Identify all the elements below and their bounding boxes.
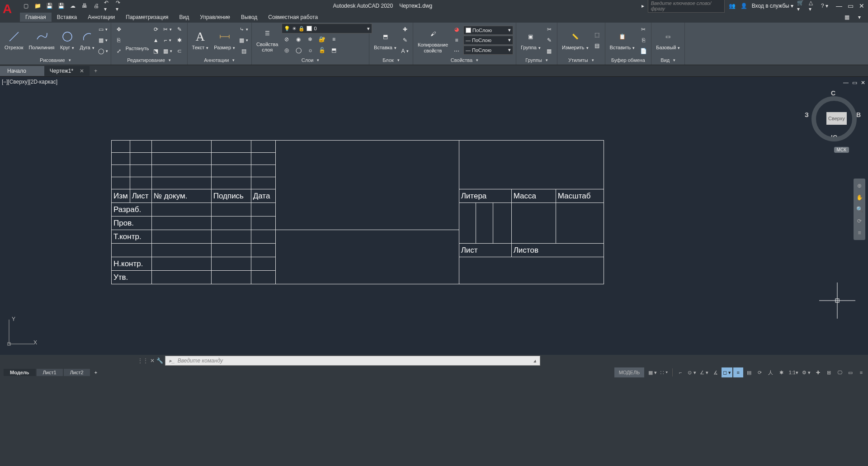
dimension-button[interactable]: Размер — [212, 28, 237, 52]
paste-button[interactable]: 📋Вставить — [608, 28, 637, 52]
annoscale-icon[interactable]: 人 — [766, 367, 776, 377]
leader-icon[interactable]: ⤷ — [239, 24, 249, 34]
drawing-tab[interactable]: Чертеж1* ✕ — [44, 66, 90, 76]
text-button[interactable]: AТекст — [190, 28, 211, 52]
lweight-status-icon[interactable]: ≡ — [733, 367, 743, 377]
count-icon[interactable]: ▤ — [592, 41, 602, 51]
panel-label-utils[interactable]: Утилиты — [560, 56, 602, 64]
grid-icon[interactable]: ▦ ▾ — [647, 367, 658, 377]
cmd-grip-icon[interactable]: ⋮⋮ — [137, 358, 148, 364]
trim-icon[interactable]: ✂ — [163, 24, 173, 34]
explode-icon[interactable]: ✱ — [175, 35, 184, 45]
otrack-icon[interactable]: ∡ — [711, 367, 721, 377]
measure-button[interactable]: 📏Измерить — [560, 28, 590, 52]
open-icon[interactable]: 📁 — [33, 2, 42, 10]
drawing-canvas[interactable]: [–][Сверху][2D-каркас] — ▭ ✕ С З В Ю Све… — [0, 77, 868, 355]
viewport-label[interactable]: [–][Сверху][2D-каркас] — [2, 79, 57, 85]
layer-combo[interactable]: 💡 ☀ 🔒 0 ▾ — [282, 24, 372, 33]
plot-icon[interactable]: 🖶 — [80, 2, 89, 10]
print-icon[interactable]: 🖨 — [92, 2, 100, 10]
rotate-icon[interactable]: ⟳ — [151, 24, 161, 34]
circle-button[interactable]: Круг — [58, 28, 76, 52]
group-edit-icon[interactable]: ✎ — [544, 35, 554, 45]
line-button[interactable]: Отрезок — [3, 28, 25, 51]
layer-uniso-icon[interactable]: ◯ — [293, 45, 303, 55]
colors-icon[interactable]: ◕ — [452, 24, 462, 34]
layer-unlock-icon[interactable]: 🔓 — [317, 45, 327, 55]
scale-button[interactable]: 1:1 ▾ — [788, 367, 800, 377]
add-tab-button[interactable]: + — [90, 66, 102, 76]
rectangle-icon[interactable]: ▭ — [98, 24, 108, 34]
ltype-icon[interactable]: ⋯ — [452, 46, 462, 56]
erase-icon[interactable]: ✎ — [175, 24, 184, 34]
stretch-button[interactable]: Растянуть — [126, 46, 149, 56]
lweight-icon[interactable]: ≡ — [452, 35, 462, 45]
stretch-icon[interactable]: ⤢ — [114, 46, 124, 56]
transp-icon[interactable]: ▤ — [744, 367, 754, 377]
hw-icon[interactable]: 🖵 — [835, 367, 844, 377]
help-icon[interactable]: ? ▾ — [821, 2, 829, 10]
ltype-combo[interactable]: — ПоСлою▾ — [463, 46, 513, 55]
layer-match-icon[interactable]: ≡ — [329, 34, 339, 44]
iso-icon[interactable]: ∠ ▾ — [698, 367, 710, 377]
user-icon[interactable]: 👤 — [740, 2, 748, 10]
arc-button[interactable]: Дуга — [78, 28, 96, 52]
ortho-icon[interactable]: ⌐ — [675, 367, 685, 377]
vc-north[interactable]: С — [831, 89, 835, 97]
panel-label-annot[interactable]: Аннотации — [190, 56, 249, 64]
add-layout-button[interactable]: + — [91, 369, 101, 376]
edit-block-icon[interactable]: ✎ — [400, 35, 410, 45]
vp-minimize-icon[interactable]: — — [843, 80, 849, 86]
group-sel-icon[interactable]: ▦ — [544, 46, 554, 56]
cart-icon[interactable]: 🛒 ▾ — [797, 2, 805, 10]
close-tab-icon[interactable]: ✕ — [80, 68, 84, 74]
pan-icon[interactable]: ✋ — [855, 193, 864, 202]
ellipse-icon[interactable]: ◯ — [98, 46, 108, 56]
zoom-icon[interactable]: 🔍 — [855, 205, 864, 214]
annovis-icon[interactable]: ✱ — [777, 367, 787, 377]
model-tab[interactable]: Модель — [4, 369, 36, 376]
new-icon[interactable]: ▢ — [22, 2, 30, 10]
snap-icon[interactable]: ⸬ ▾ — [659, 367, 670, 377]
tab-home[interactable]: Главная — [20, 13, 52, 22]
layout1-tab[interactable]: Лист1 — [37, 369, 63, 376]
layer-props-button[interactable]: ☰Свойства слоя — [255, 25, 280, 53]
vc-top-face[interactable]: Сверху — [826, 112, 847, 125]
matchprop-button[interactable]: 🖌Копирование свойств — [416, 26, 450, 54]
osnap-icon[interactable]: ◻ ▾ — [722, 367, 732, 377]
minimize-button[interactable]: — — [836, 2, 842, 9]
featured-apps-icon[interactable]: ▦ — [843, 13, 851, 21]
tab-annotate[interactable]: Аннотации — [82, 13, 120, 22]
mtext-icon[interactable]: ▤ — [239, 46, 249, 56]
pastespecial-icon[interactable]: 📄 — [638, 46, 648, 56]
layer-thaw-icon[interactable]: ☼ — [305, 45, 315, 55]
tab-manage[interactable]: Управление — [194, 13, 236, 22]
tab-param[interactable]: Параметризация — [120, 13, 174, 22]
vp-restore-icon[interactable]: ▭ — [852, 80, 857, 86]
ungroup-icon[interactable]: ✂ — [544, 24, 554, 34]
tab-collab[interactable]: Совместная работа — [263, 13, 323, 22]
web-icon[interactable]: ☁ — [69, 2, 77, 10]
showui-icon[interactable]: ≡ — [855, 228, 864, 237]
table-icon[interactable]: ▦ — [239, 35, 249, 45]
fillet-icon[interactable]: ⌐ — [163, 35, 173, 45]
offset-icon[interactable]: ⊂ — [175, 46, 184, 56]
layer-lock2-icon[interactable]: 🔐 — [317, 34, 327, 44]
vc-east[interactable]: В — [856, 111, 861, 118]
orbit-icon[interactable]: ⟳ — [855, 217, 864, 226]
polyline-button[interactable]: Полилиния — [27, 28, 56, 51]
create-block-icon[interactable]: ✚ — [400, 24, 410, 34]
cut-icon[interactable]: ✂ — [638, 24, 648, 34]
tab-view[interactable]: Вид — [174, 13, 195, 22]
undo-icon[interactable]: ↶ ▾ — [104, 2, 112, 10]
close-button[interactable]: ✕ — [859, 2, 864, 9]
hatch-icon[interactable]: ▦ — [98, 35, 108, 45]
start-tab[interactable]: Начало — [0, 66, 44, 76]
vc-west[interactable]: З — [805, 111, 809, 118]
wheel-icon[interactable]: ⊕ — [855, 181, 864, 190]
saveas-icon[interactable]: 💾 — [57, 2, 65, 10]
panel-label-groups[interactable]: Группы — [519, 56, 554, 64]
a360-icon[interactable]: △ ▾ — [809, 2, 817, 10]
lweight-combo[interactable]: — ПоСлою▾ — [463, 36, 513, 45]
copy-icon[interactable]: ⎘ — [114, 35, 124, 45]
